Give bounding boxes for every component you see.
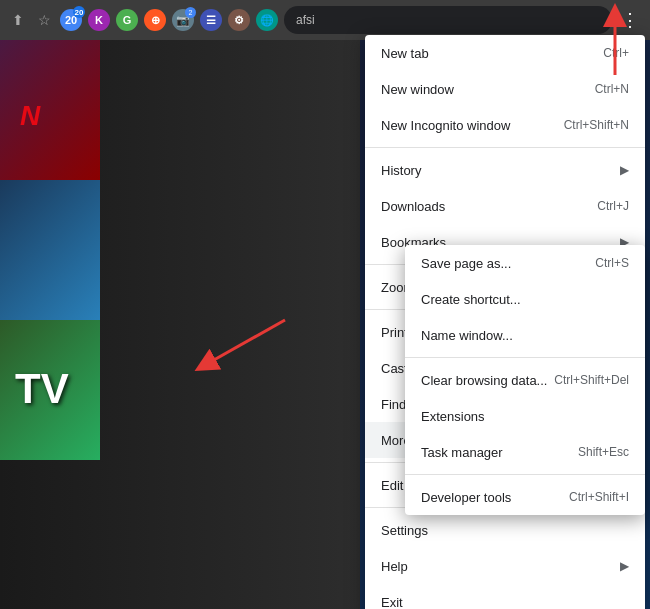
bookmark-star-icon[interactable]: ☆ [34,10,54,30]
ext-icon-7[interactable]: ⚙ [228,9,250,31]
share-icon[interactable]: ⬆ [8,10,28,30]
menu-item-new-window[interactable]: New window Ctrl+N [365,71,645,107]
submenu-clear-browsing[interactable]: Clear browsing data... Ctrl+Shift+Del [405,362,645,398]
menu-item-history[interactable]: History ▶ [365,152,645,188]
submenu-task-manager[interactable]: Task manager Shift+Esc [405,434,645,470]
main-menu-button[interactable]: ⋮ [618,8,642,32]
address-bar[interactable]: afsi [284,6,612,34]
menu-item-help[interactable]: Help ▶ [365,548,645,584]
ext-icon-camera-wrapper[interactable]: 📷 2 [172,9,194,31]
address-text: afsi [296,13,315,27]
netflix-logo: N [20,100,40,132]
netflix-title: TV [15,368,69,410]
ext-icon-1[interactable]: 20 20 [60,9,82,31]
menu-item-exit[interactable]: Exit [365,584,645,609]
ext-icon-3[interactable]: G [116,9,138,31]
netflix-background: N TV [0,40,360,609]
submenu-create-shortcut[interactable]: Create shortcut... [405,281,645,317]
ext-icon-8[interactable]: 🌐 [256,9,278,31]
submenu-save-page[interactable]: Save page as... Ctrl+S [405,245,645,281]
submenu-extensions[interactable]: Extensions [405,398,645,434]
submenu-divider-2 [405,474,645,475]
menu-item-settings[interactable]: Settings [365,512,645,548]
submenu-divider-1 [405,357,645,358]
poster-1 [0,40,100,180]
more-tools-submenu: Save page as... Ctrl+S Create shortcut..… [405,245,645,515]
menu-item-downloads[interactable]: Downloads Ctrl+J [365,188,645,224]
submenu-name-window[interactable]: Name window... [405,317,645,353]
ext-badge: 2 [185,7,196,18]
ext-icon-2[interactable]: K [88,9,110,31]
poster-2 [0,180,100,320]
menu-item-incognito[interactable]: New Incognito window Ctrl+Shift+N [365,107,645,143]
menu-divider-1 [365,147,645,148]
ext-icon-6[interactable]: ☰ [200,9,222,31]
submenu-developer-tools[interactable]: Developer tools Ctrl+Shift+I [405,479,645,515]
ext-icon-4[interactable]: ⊕ [144,9,166,31]
browser-toolbar: ⬆ ☆ 20 20 K G ⊕ 📷 2 ☰ ⚙ 🌐 afsi ⋮ [0,0,650,40]
menu-item-new-tab[interactable]: New tab Ctrl+ [365,35,645,71]
